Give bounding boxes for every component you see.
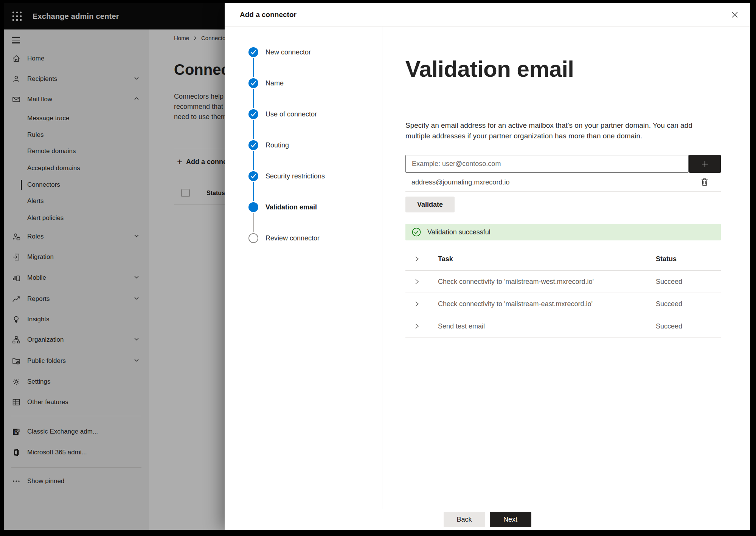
task-cell: Send test email bbox=[438, 322, 485, 330]
added-address: address@journaling.mxrecord.io bbox=[411, 178, 509, 186]
step-connector-line bbox=[253, 120, 254, 139]
validation-results-table: TaskStatusCheck connectivity to 'mailstr… bbox=[405, 247, 721, 338]
status-column-header: Status bbox=[656, 255, 677, 263]
step-connector-line bbox=[253, 182, 254, 201]
email-address-input[interactable] bbox=[405, 155, 689, 173]
step-current-dot-icon bbox=[248, 202, 258, 212]
status-cell: Succeed bbox=[656, 278, 682, 286]
panel-header: Add a connector bbox=[225, 3, 750, 26]
exchange-admin-window: Exchange admin center HomeRecipientsMail… bbox=[4, 3, 750, 530]
added-address-row: address@journaling.mxrecord.io bbox=[405, 173, 721, 191]
step-label: Security restrictions bbox=[265, 172, 325, 180]
banner-text: Validation successful bbox=[427, 228, 491, 236]
status-cell: Succeed bbox=[656, 300, 682, 308]
delete-address-icon[interactable] bbox=[698, 176, 711, 189]
task-column-header: Task bbox=[438, 255, 453, 263]
back-button[interactable]: Back bbox=[444, 512, 485, 527]
step-label: New connector bbox=[265, 48, 311, 56]
step-connector-line bbox=[253, 213, 254, 232]
add-address-button[interactable] bbox=[689, 155, 721, 173]
step-label: Routing bbox=[265, 141, 289, 149]
panel-footer: Back Next bbox=[225, 509, 750, 530]
plus-icon bbox=[700, 160, 709, 169]
results-header-row: TaskStatus bbox=[405, 247, 721, 271]
close-icon[interactable] bbox=[728, 8, 742, 22]
step-completed-check-icon bbox=[248, 78, 258, 88]
next-button[interactable]: Next bbox=[490, 512, 531, 527]
validate-button[interactable]: Validate bbox=[405, 197, 455, 212]
step-connector-line bbox=[253, 89, 254, 108]
step-heading: Validation email bbox=[405, 56, 574, 82]
panel-title: Add a connector bbox=[240, 3, 297, 26]
task-cell: Check connectivity to 'mailstream-east.m… bbox=[438, 300, 593, 308]
divider bbox=[405, 191, 721, 192]
chevron-right-icon[interactable] bbox=[414, 300, 420, 308]
table-row[interactable]: Check connectivity to 'mailstream-west.m… bbox=[405, 271, 721, 293]
success-check-icon bbox=[411, 227, 421, 237]
step-completed-check-icon bbox=[248, 109, 258, 119]
step-description: Specify an email address for an active m… bbox=[405, 120, 708, 141]
step-label: Use of connector bbox=[265, 110, 317, 118]
chevron-right-icon[interactable] bbox=[414, 322, 420, 330]
task-cell: Check connectivity to 'mailstream-west.m… bbox=[438, 278, 594, 286]
chevron-right-icon[interactable] bbox=[414, 278, 420, 285]
step-label: Name bbox=[265, 79, 284, 87]
step-completed-check-icon bbox=[248, 47, 258, 57]
step-label: Review connector bbox=[265, 234, 320, 242]
add-connector-panel: Add a connector New connectorNameUse of … bbox=[225, 3, 750, 530]
step-completed-check-icon bbox=[248, 140, 258, 150]
step-upcoming-circle-icon bbox=[248, 233, 258, 243]
table-row[interactable]: Check connectivity to 'mailstream-east.m… bbox=[405, 293, 721, 315]
validation-success-banner: Validation successful bbox=[405, 224, 721, 240]
chevron-right-icon[interactable] bbox=[414, 255, 420, 263]
step-label: Validation email bbox=[265, 203, 317, 211]
step-connector-line bbox=[253, 151, 254, 170]
stepper-divider bbox=[382, 26, 382, 509]
status-cell: Succeed bbox=[656, 322, 682, 330]
table-row[interactable]: Send test emailSucceed bbox=[405, 315, 721, 338]
step-completed-check-icon bbox=[248, 171, 258, 181]
screenshot-frame: Exchange admin center HomeRecipientsMail… bbox=[0, 0, 756, 536]
step-connector-line bbox=[253, 58, 254, 77]
